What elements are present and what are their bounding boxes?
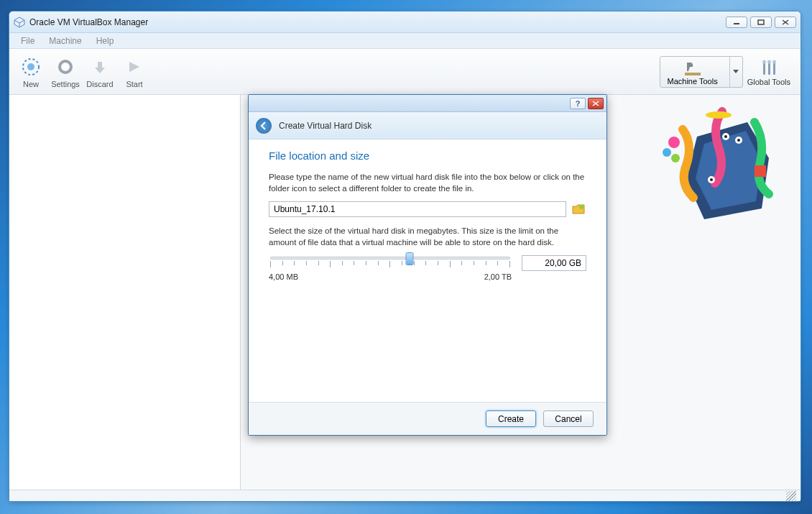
discard-icon xyxy=(88,55,111,78)
menu-machine[interactable]: Machine xyxy=(43,35,87,47)
svg-point-32 xyxy=(579,205,583,209)
svg-point-27 xyxy=(710,178,713,181)
wrench-icon xyxy=(759,58,779,78)
dialog-title: Create Virtual Hard Disk xyxy=(279,121,372,131)
svg-point-23 xyxy=(724,135,727,138)
dialog-body: File location and size Please type the n… xyxy=(249,139,606,402)
minimize-button[interactable] xyxy=(726,17,747,28)
titlebar[interactable]: Oracle VM VirtualBox Manager xyxy=(9,12,801,33)
vm-list[interactable] xyxy=(9,95,241,490)
svg-point-21 xyxy=(671,154,680,162)
svg-rect-29 xyxy=(755,165,766,177)
file-location-description: Please type the name of the new virtual … xyxy=(269,172,586,194)
tool-discard[interactable]: Discard xyxy=(83,55,117,88)
dialog-heading: File location and size xyxy=(269,150,586,162)
global-tools-button[interactable]: Global Tools xyxy=(747,58,790,86)
file-name-input[interactable] xyxy=(269,201,566,217)
machine-tools-button[interactable]: Machine Tools xyxy=(660,56,743,88)
create-button[interactable]: Create xyxy=(486,410,536,427)
toolbar: New Settings Discard Start Mach xyxy=(9,49,801,95)
size-description: Select the size of the virtual hard disk… xyxy=(269,226,586,248)
start-icon xyxy=(123,55,146,78)
svg-point-14 xyxy=(762,60,766,63)
dialog-header: Create Virtual Hard Disk xyxy=(249,112,606,139)
svg-point-20 xyxy=(663,148,671,157)
maximize-button[interactable] xyxy=(750,17,772,28)
dialog-close-button[interactable] xyxy=(588,98,604,109)
dialog-footer: Create Cancel xyxy=(249,402,606,435)
range-max: 2,00 TB xyxy=(484,272,512,281)
size-slider[interactable] xyxy=(269,255,512,271)
window-controls xyxy=(726,17,796,28)
statusbar xyxy=(9,490,801,501)
slider-thumb[interactable] xyxy=(406,252,414,265)
svg-rect-3 xyxy=(758,20,764,24)
cancel-button[interactable]: Cancel xyxy=(543,410,594,427)
gear-icon xyxy=(54,55,77,78)
svg-point-25 xyxy=(737,139,740,142)
machine-tools-dropdown[interactable] xyxy=(729,57,742,87)
dialog-titlebar[interactable]: ? xyxy=(249,95,606,112)
svg-point-9 xyxy=(63,65,68,69)
folder-icon xyxy=(572,203,585,215)
size-input[interactable] xyxy=(522,255,586,271)
app-icon xyxy=(14,17,25,28)
menu-file[interactable]: File xyxy=(15,35,40,47)
virtualbox-mascot xyxy=(654,101,783,232)
dialog-help-button[interactable]: ? xyxy=(570,98,586,109)
svg-point-7 xyxy=(27,63,34,70)
hammer-icon xyxy=(683,60,703,77)
window-title: Oracle VM VirtualBox Manager xyxy=(29,17,726,27)
close-button[interactable] xyxy=(775,17,796,28)
new-icon xyxy=(19,55,42,78)
tool-new[interactable]: New xyxy=(14,55,48,88)
menu-help[interactable]: Help xyxy=(91,35,120,47)
resize-grip[interactable] xyxy=(786,491,796,501)
back-icon[interactable] xyxy=(256,118,272,134)
browse-folder-button[interactable] xyxy=(571,201,586,217)
svg-point-28 xyxy=(706,111,732,119)
create-vhd-dialog: ? Create Virtual Hard Disk File location… xyxy=(248,94,607,436)
tool-start[interactable]: Start xyxy=(117,55,152,88)
svg-point-16 xyxy=(772,60,776,63)
menubar: File Machine Help xyxy=(9,33,801,49)
svg-point-19 xyxy=(668,137,680,148)
tool-settings[interactable]: Settings xyxy=(48,55,83,88)
svg-rect-10 xyxy=(685,73,701,75)
range-min: 4,00 MB xyxy=(269,272,298,281)
svg-point-15 xyxy=(767,60,771,63)
range-labels: 4,00 MB 2,00 TB xyxy=(269,272,512,281)
